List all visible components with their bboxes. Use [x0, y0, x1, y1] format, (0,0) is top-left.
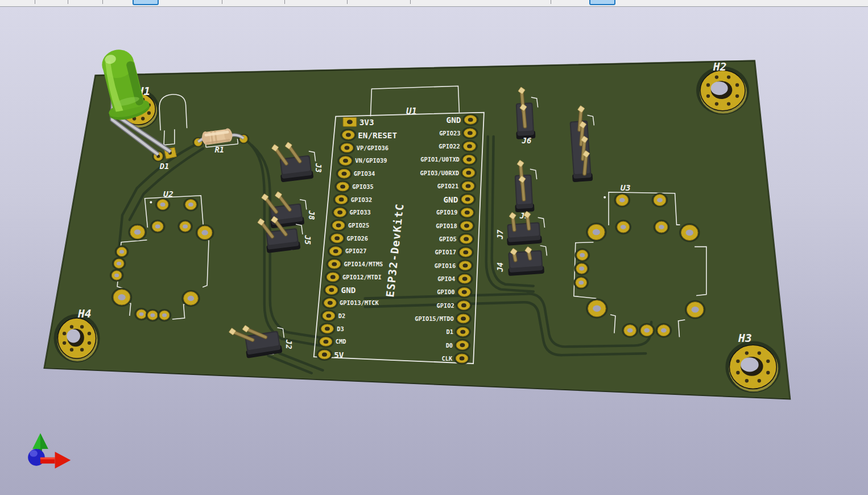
toolbar-toggle-button-active-1[interactable] [133, 0, 159, 5]
pad-hole [593, 229, 600, 236]
pad-hole [467, 145, 472, 148]
module-pin-label: GPIO18 [436, 222, 457, 229]
header-label: J5 [303, 234, 312, 245]
module-pin-label: GND [341, 286, 356, 295]
header-label: J6 [522, 136, 532, 145]
hole-via-dot [63, 332, 66, 335]
module-pin-label: GPIO4 [437, 275, 455, 282]
module-pin-label: 3V3 [359, 118, 374, 127]
toolbar-separator [102, 0, 103, 4]
pad-hole [462, 277, 468, 281]
pad-hole [461, 303, 466, 307]
hole-via-dot [80, 325, 84, 328]
pad-hole [460, 330, 465, 334]
module-pin-label: EN/RESET [358, 131, 397, 140]
pad-hole [117, 262, 121, 265]
pad-hole [118, 294, 125, 300]
module-pin-label: GPIO35 [352, 183, 373, 190]
hole-bore-light [711, 81, 728, 95]
hole-via-dot [766, 371, 770, 374]
pad-hole [330, 275, 336, 279]
hole-via-dot [758, 351, 761, 354]
module-pin-label: GPIO22 [439, 143, 460, 150]
pad-hole [188, 296, 195, 301]
toolbar [0, 0, 868, 7]
hole-via-dot [745, 351, 749, 354]
pad-hole [340, 184, 345, 188]
pad-hole [162, 314, 167, 317]
pad-hole [334, 236, 340, 240]
d1-label: D1 [159, 162, 170, 171]
hole-via-dot [766, 360, 770, 363]
hole-via-dot [70, 325, 73, 328]
pad-hole [619, 198, 625, 203]
module-pin-label: D0 [446, 342, 453, 349]
header-label: J3 [314, 163, 323, 173]
module-pin-label: GPIO27 [345, 248, 366, 254]
module-pin-label: GPIO21 [437, 183, 458, 189]
module-pin-label: D1 [446, 328, 453, 335]
module-pin-label: GPIO15/MTDO [415, 315, 454, 322]
pad-hole [461, 316, 466, 320]
hole-bore-light [741, 357, 759, 372]
module-pin-label: GPIO16 [435, 262, 456, 269]
pad-hole [134, 229, 141, 234]
pad-hole [339, 197, 344, 201]
pad-hole [659, 225, 664, 229]
module-pin-label: GPIO13/MTCK [340, 299, 379, 306]
pad-hole [119, 250, 124, 253]
hole-label: H2 [713, 60, 727, 73]
hole-via-dot [88, 341, 91, 345]
module-pin-label: GND [444, 195, 458, 204]
pad-hole [333, 249, 338, 253]
toolbar-toggle-button-active-2[interactable] [589, 0, 615, 5]
pad-hole [463, 263, 468, 267]
hole-via-dot [736, 360, 739, 363]
pad-hole [347, 119, 353, 124]
pad-hole [593, 306, 601, 312]
module-pin-label: CLK [442, 355, 453, 362]
module-pin-label: GPIO34 [354, 170, 375, 177]
header-label: J4 [495, 262, 505, 273]
module-pin-label: GPIO1/U0TXD [420, 156, 460, 163]
hole-via-dot [70, 348, 73, 352]
r1-label: R1 [215, 145, 225, 154]
pad-hole [466, 171, 471, 175]
module-pin-label: GPIO26 [346, 235, 367, 242]
pad-hole [460, 356, 465, 360]
hole-bore-light [67, 329, 80, 343]
module-pin-label: VP/GPIO36 [357, 145, 388, 151]
pad-hole [578, 280, 584, 284]
3d-viewport[interactable]: U2 U3 U1 ESP32-DevKitC 3V3EN/RESETVP/GPI… [0, 7, 868, 495]
pad-hole [466, 158, 472, 162]
module-pin-label: GPIO33 [349, 209, 370, 216]
pad-hole [644, 328, 650, 333]
module-pin-label: GPIO0 [437, 288, 454, 295]
pad-hole [345, 146, 350, 150]
pad-hole [139, 312, 144, 316]
toolbar-separator [222, 0, 222, 4]
pad-hole [463, 250, 468, 254]
module-pin-label: GPIO23 [439, 130, 460, 137]
module-pin-label: GPIO2 [436, 302, 454, 309]
pad-hole [329, 288, 334, 292]
pcb-3d-canvas[interactable]: U2 U3 U1 ESP32-DevKitC 3V3EN/RESETVP/GPI… [0, 7, 868, 495]
module-pin-label: GPIO17 [435, 249, 456, 255]
module-pin-label: D3 [337, 325, 344, 332]
pad-hole [468, 131, 473, 135]
hole-via-dot [88, 332, 91, 335]
hole-via-dot [736, 371, 739, 374]
toolbar-separator [35, 0, 35, 4]
module-pin-label: GPIO5 [439, 236, 457, 242]
header-label: J7 [495, 229, 505, 240]
axis-orientation-gizmo [28, 433, 71, 468]
hole-label: H3 [738, 332, 752, 345]
pad-hole [114, 274, 119, 277]
pad-hole [346, 133, 351, 137]
pad-hole [328, 301, 333, 305]
toolbar-separator [410, 0, 411, 4]
hole-label: H4 [77, 307, 92, 320]
pad-hole [579, 267, 584, 271]
pad-hole [657, 198, 663, 203]
hole-via-dot [141, 117, 144, 120]
